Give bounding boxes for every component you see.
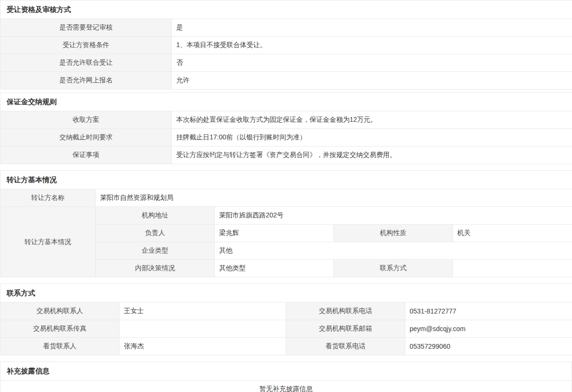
field-value: 梁兆辉 xyxy=(215,225,334,242)
field-label: 内部决策情况 xyxy=(96,260,215,277)
field-value: 允许 xyxy=(172,72,572,89)
field-label: 是否允许网上报名 xyxy=(0,72,172,89)
field-value: 其他类型 xyxy=(215,260,334,277)
field-label: 联系方式 xyxy=(334,260,453,277)
section-header: 转让方基本情况 xyxy=(0,171,572,189)
section-supplementary-disclosure: 补充披露信息 暂无补充披露信息 xyxy=(0,362,572,392)
field-value: 机关 xyxy=(453,225,572,242)
field-label: 机构性质 xyxy=(334,225,453,242)
field-label: 受让方资格条件 xyxy=(0,37,172,54)
section-title: 补充披露信息 xyxy=(0,362,572,381)
field-label: 交易机构联系邮箱 xyxy=(286,320,405,338)
field-value: 受让方应按约定与转让方签署《资产交易合同》，并按规定交纳交易费用。 xyxy=(172,147,572,164)
field-label: 看货联系人 xyxy=(0,338,120,355)
table-row: 是否允许联合受让 否 xyxy=(0,54,572,72)
field-value: 否 xyxy=(172,54,572,72)
table-row: 看货联系人 张海杰 看货联系电话 05357299060 xyxy=(0,338,572,355)
field-label: 企业类型 xyxy=(96,242,215,260)
table-row: 收取方案 本次标的处置保证金收取方式为固定保证金，保证金金额为12万元。 xyxy=(0,111,572,129)
field-value: 本次标的处置保证金收取方式为固定保证金，保证金金额为12万元。 xyxy=(172,111,572,129)
field-label: 交易机构联系人 xyxy=(0,303,120,320)
field-label: 交纳截止时间要求 xyxy=(0,129,172,147)
section-header: 受让资格及审核方式 xyxy=(0,0,572,19)
section-header: 联系方式 xyxy=(0,284,572,303)
listing-detail-page: 受让资格及审核方式 是否需要登记审核 是 受让方资格条件 1、本项目不接受联合体… xyxy=(0,0,572,392)
section-qualification: 受让资格及审核方式 是否需要登记审核 是 受让方资格条件 1、本项目不接受联合体… xyxy=(0,0,572,89)
section-transferor-info: 转让方基本情况 转让方名称 莱阳市自然资源和规划局 转让方基本情况 机构地址 莱… xyxy=(0,170,572,277)
field-label: 看货联系电话 xyxy=(286,338,405,355)
field-value xyxy=(453,260,572,277)
field-value: peym@sdcqjy.com xyxy=(405,320,572,338)
field-value: 莱阳市自然资源和规划局 xyxy=(96,189,572,207)
section-contact-info: 联系方式 交易机构联系人 王女士 交易机构联系电话 0531-81272777 … xyxy=(0,284,572,355)
section-header: 补充披露信息 xyxy=(0,362,572,381)
empty-disclosure-text: 暂无补充披露信息 xyxy=(0,381,572,392)
section-deposit-rules: 保证金交纳规则 收取方案 本次标的处置保证金收取方式为固定保证金，保证金金额为1… xyxy=(0,92,572,164)
table-row: 是否允许网上报名 允许 xyxy=(0,72,572,89)
field-label: 负责人 xyxy=(96,225,215,242)
table-row: 保证事项 受让方应按约定与转让方签署《资产交易合同》，并按规定交纳交易费用。 xyxy=(0,147,572,164)
table-row: 转让方名称 莱阳市自然资源和规划局 xyxy=(0,189,572,207)
field-label: 保证事项 xyxy=(0,147,172,164)
field-value: 是 xyxy=(172,19,572,37)
field-label: 交易机构联系电话 xyxy=(286,303,405,320)
field-value xyxy=(120,320,286,338)
section-title: 保证金交纳规则 xyxy=(0,93,572,111)
field-label: 机构地址 xyxy=(96,207,215,225)
table-row: 暂无补充披露信息 xyxy=(0,381,572,392)
section-title: 转让方基本情况 xyxy=(0,171,572,189)
table-row: 受让方资格条件 1、本项目不接受联合体受让。 xyxy=(0,37,572,54)
table-row: 交纳截止时间要求 挂牌截止日17:00前（以银行到账时间为准） xyxy=(0,129,572,147)
field-label: 是否允许联合受让 xyxy=(0,54,172,72)
section-header: 保证金交纳规则 xyxy=(0,93,572,111)
section-title: 受让资格及审核方式 xyxy=(0,0,572,19)
field-value: 张海杰 xyxy=(120,338,286,355)
group-label: 转让方基本情况 xyxy=(0,207,96,277)
table-row: 交易机构联系传真 交易机构联系邮箱 peym@sdcqjy.com xyxy=(0,320,572,338)
field-label: 转让方名称 xyxy=(0,189,96,207)
field-value: 05357299060 xyxy=(405,338,572,355)
field-label: 交易机构联系传真 xyxy=(0,320,120,338)
field-label: 是否需要登记审核 xyxy=(0,19,172,37)
field-value: 王女士 xyxy=(120,303,286,320)
field-value: 0531-81272777 xyxy=(405,303,572,320)
table-row: 交易机构联系人 王女士 交易机构联系电话 0531-81272777 xyxy=(0,303,572,320)
section-title: 联系方式 xyxy=(0,284,572,303)
field-value: 1、本项目不接受联合体受让。 xyxy=(172,37,572,54)
field-label: 收取方案 xyxy=(0,111,172,129)
table-row: 是否需要登记审核 是 xyxy=(0,19,572,37)
field-value: 其他 xyxy=(215,242,572,260)
table-row: 转让方基本情况 机构地址 莱阳市旌旗西路202号 xyxy=(0,207,572,225)
field-value: 挂牌截止日17:00前（以银行到账时间为准） xyxy=(172,129,572,147)
field-value: 莱阳市旌旗西路202号 xyxy=(215,207,572,225)
